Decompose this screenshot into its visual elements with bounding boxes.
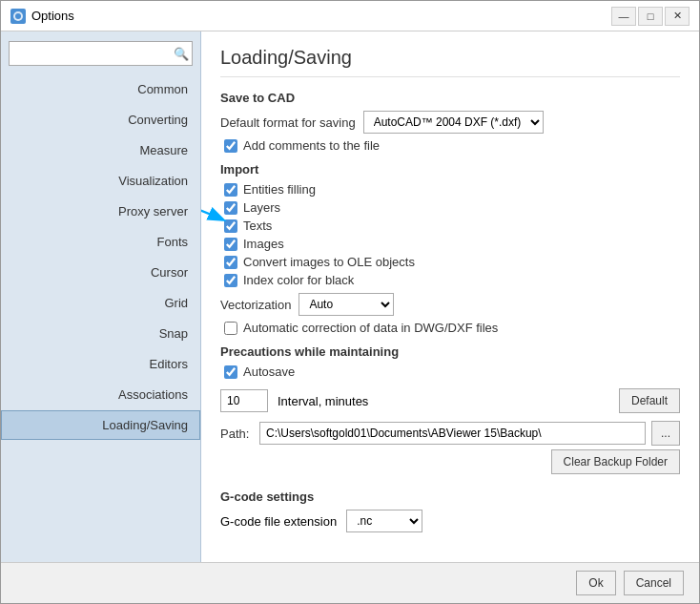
sidebar-item-proxy-server[interactable]: Proxy server: [1, 197, 200, 226]
content-area: 🔍 Common Converting Measure Visualizatio…: [1, 31, 699, 562]
browse-button[interactable]: ...: [651, 421, 680, 446]
sidebar-item-common[interactable]: Common: [1, 74, 200, 104]
precautions-label: Precautions while maintaining: [220, 344, 680, 359]
cancel-button[interactable]: Cancel: [624, 571, 684, 595]
vectorization-select[interactable]: Auto Manual None: [299, 293, 394, 316]
vectorization-label: Vectorization: [220, 298, 291, 312]
page-title: Loading/Saving: [220, 47, 680, 77]
path-label: Path:: [220, 427, 254, 441]
index-color-row: Index color for black: [220, 273, 680, 287]
gcode-row: G-code file extension .nc .gcode .g: [220, 510, 680, 532]
path-row: Path: ...: [220, 421, 680, 446]
default-button[interactable]: Default: [619, 388, 680, 413]
autosave-row: Autosave: [220, 364, 680, 379]
options-window: Options — □ ✕ 🔍 Common Converting Measur…: [0, 0, 700, 604]
sidebar-item-snap[interactable]: Snap: [1, 319, 200, 348]
search-box: 🔍: [9, 41, 193, 66]
search-icon: 🔍: [174, 47, 189, 61]
title-bar: Options — □ ✕: [1, 1, 699, 31]
title-bar-left: Options: [10, 9, 74, 24]
title-bar-controls: — □ ✕: [611, 7, 690, 26]
gcode-extension-select[interactable]: .nc .gcode .g: [346, 510, 422, 532]
sidebar-item-converting[interactable]: Converting: [1, 105, 200, 135]
add-comments-checkbox[interactable]: [224, 139, 237, 153]
texts-checkbox[interactable]: [224, 219, 237, 233]
close-button[interactable]: ✕: [665, 7, 690, 26]
add-comments-row: Add comments to the file: [220, 138, 680, 153]
clear-backup-button[interactable]: Clear Backup Folder: [551, 449, 680, 474]
window-title: Options: [31, 9, 74, 23]
interval-input[interactable]: 10: [220, 389, 268, 412]
path-input[interactable]: [259, 422, 646, 445]
texts-label: Texts: [243, 219, 272, 233]
images-label: Images: [243, 237, 284, 251]
convert-images-checkbox[interactable]: [224, 256, 237, 269]
maximize-button[interactable]: □: [638, 7, 663, 26]
clear-folder-row: Clear Backup Folder: [220, 449, 680, 474]
images-row: Images: [220, 237, 680, 251]
format-row: Default format for saving AutoCAD™ 2004 …: [220, 111, 680, 134]
entities-filling-label: Entities filling: [243, 182, 316, 197]
texts-row: Texts: [220, 219, 680, 233]
layers-label: Layers: [243, 200, 280, 215]
search-input[interactable]: [9, 41, 193, 66]
save-to-cad-label: Save to CAD: [220, 91, 680, 105]
sidebar-item-measure[interactable]: Measure: [1, 135, 200, 165]
main-panel: Loading/Saving Save to CAD Default forma…: [201, 31, 699, 562]
format-label: Default format for saving: [220, 115, 356, 130]
sidebar-item-grid[interactable]: Grid: [1, 288, 200, 318]
sidebar-item-loading-saving[interactable]: Loading/Saving: [1, 410, 200, 440]
layers-checkbox[interactable]: [224, 201, 237, 215]
entities-filling-checkbox[interactable]: [224, 183, 237, 197]
autosave-checkbox[interactable]: [224, 365, 237, 379]
add-comments-label: Add comments to the file: [243, 138, 380, 153]
images-checkbox[interactable]: [224, 238, 237, 251]
gcode-section: G-code settings G-code file extension .n…: [220, 489, 680, 532]
gcode-extension-label: G-code file extension: [220, 514, 337, 529]
index-color-checkbox[interactable]: [224, 274, 237, 287]
auto-correction-checkbox[interactable]: [224, 322, 237, 335]
sidebar-item-associations[interactable]: Associations: [1, 380, 200, 409]
interval-label: Interval, minutes: [278, 394, 368, 408]
convert-images-label: Convert images to OLE objects: [243, 255, 415, 269]
auto-correction-label: Automatic correction of data in DWG/DXF …: [243, 321, 498, 335]
autosave-label: Autosave: [243, 364, 295, 379]
sidebar-item-visualization[interactable]: Visualization: [1, 166, 200, 196]
sidebar-item-cursor[interactable]: Cursor: [1, 258, 200, 287]
index-color-label: Index color for black: [243, 273, 354, 287]
sidebar-item-fonts[interactable]: Fonts: [1, 227, 200, 257]
window-icon: [10, 9, 26, 24]
gcode-label: G-code settings: [220, 489, 680, 504]
sidebar-item-editors[interactable]: Editors: [1, 349, 200, 379]
format-select[interactable]: AutoCAD™ 2004 DXF (*.dxf) AutoCAD™ 2007 …: [363, 111, 544, 134]
ok-button[interactable]: Ok: [576, 571, 615, 595]
auto-correction-row: Automatic correction of data in DWG/DXF …: [220, 321, 680, 335]
svg-point-1: [15, 13, 21, 19]
sidebar: 🔍 Common Converting Measure Visualizatio…: [1, 31, 201, 562]
convert-images-row: Convert images to OLE objects: [220, 255, 680, 269]
minimize-button[interactable]: —: [611, 7, 636, 26]
footer: Ok Cancel: [1, 562, 699, 603]
interval-row: 10 Interval, minutes Default: [220, 388, 680, 413]
vectorization-row: Vectorization Auto Manual None: [220, 293, 680, 316]
layers-row: Layers: [220, 200, 680, 215]
import-label: Import: [220, 162, 680, 177]
entities-filling-row: Entities filling: [220, 182, 680, 197]
